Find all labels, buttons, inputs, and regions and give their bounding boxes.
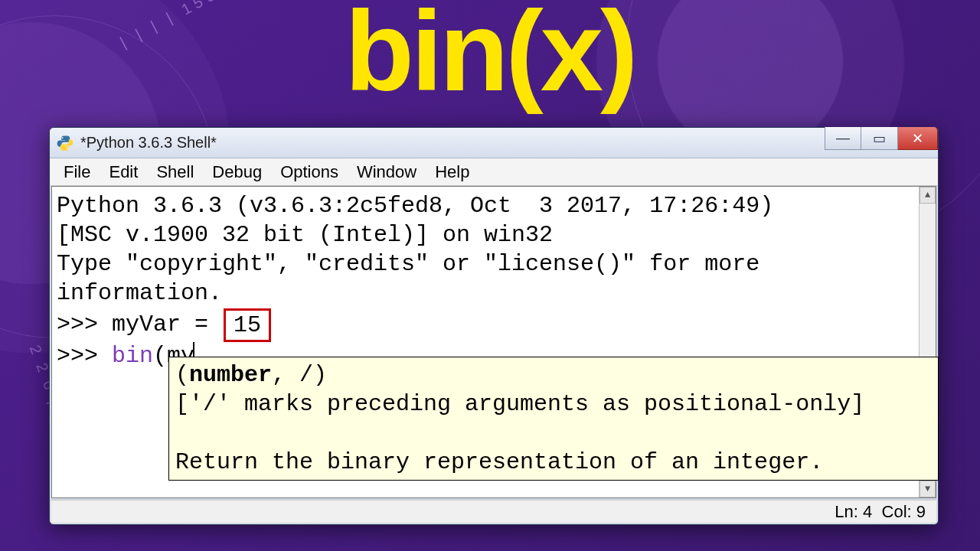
call-func-name: bin [112,343,153,369]
python-idle-icon [56,134,74,152]
titlebar[interactable]: *Python 3.6.3 Shell* — ▭ ✕ [50,128,938,158]
menu-options[interactable]: Options [273,161,346,184]
menubar: File Edit Shell Debug Options Window Hel… [50,158,938,186]
banner-line-2: [MSC v.1900 32 bit (Intel)] on win32 [57,222,553,248]
menu-help[interactable]: Help [427,161,477,184]
svg-point-1 [67,147,68,148]
banner-line-1: Python 3.6.3 (v3.6.3:2c5fed8, Oct 3 2017… [57,193,773,219]
banner-line-3: Type "copyright", "credits" or "license(… [57,251,773,306]
editor-client-area: Python 3.6.3 (v3.6.3:2c5fed8, Oct 3 2017… [51,186,936,498]
scroll-down-button[interactable]: ▼ [920,481,936,497]
maximize-button[interactable]: ▭ [861,127,898,150]
idle-window: *Python 3.6.3 Shell* — ▭ ✕ File Edit She… [49,127,939,525]
statusbar: Ln: 4 Col: 9 [51,500,936,523]
status-col: Col: 9 [882,502,926,522]
close-button[interactable]: ✕ [898,127,938,150]
assign-lhs: myVar = [112,311,208,337]
highlighted-value-box: 15 [224,308,271,342]
assign-rhs: 15 [234,312,261,338]
headline-text: bin(x) [0,0,980,116]
minimize-button[interactable]: — [825,127,861,150]
menu-debug[interactable]: Debug [204,161,270,184]
menu-file[interactable]: File [56,161,98,184]
svg-point-0 [62,137,64,139]
menu-window[interactable]: Window [349,161,424,184]
menu-edit[interactable]: Edit [101,161,145,184]
prompt-2: >>> [57,343,112,369]
calltip-desc: Return the binary representation of an i… [175,449,823,475]
window-title: *Python 3.6.3 Shell* [80,134,825,152]
scroll-up-button[interactable]: ▲ [920,187,936,204]
menu-shell[interactable]: Shell [149,161,201,184]
calltip-note: ['/' marks preceding arguments as positi… [175,391,864,417]
calltip-signature: (number, /) [175,362,327,388]
status-line: Ln: 4 [835,502,872,522]
shell-text-area[interactable]: Python 3.6.3 (v3.6.3:2c5fed8, Oct 3 2017… [52,187,919,497]
calltip-tooltip: (number, /) ['/' marks preceding argumen… [168,357,919,481]
prompt-1: >>> [57,311,112,337]
